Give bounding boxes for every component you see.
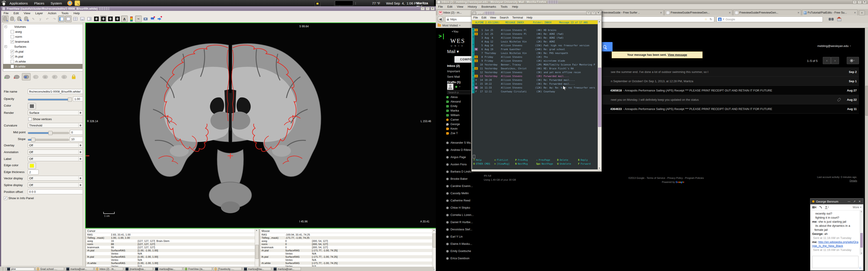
gnome-foot-icon[interactable] (1, 0, 6, 6)
terminal-menu-item[interactable]: Help (525, 16, 534, 19)
freeview-menu-item[interactable]: Tools (59, 11, 71, 15)
taskbar-window-button[interactable]: maritza@san... (272, 267, 301, 271)
chat-contact[interactable]: Zoe T (446, 131, 472, 135)
message-row[interactable]: - 4 Aug 12 Louis Nicholas Vin (2K) Re: A… (472, 39, 598, 43)
label-select[interactable]: Off (28, 156, 83, 161)
new-tab-button[interactable]: + (859, 10, 865, 15)
layer-checkbox[interactable]: ✓ (11, 50, 14, 53)
terminal-menu-item[interactable]: Terminal (510, 16, 525, 19)
add-person-icon[interactable] (825, 206, 829, 209)
show-vertices-checkbox[interactable] (28, 117, 32, 121)
chat-contact[interactable]: Emily Goettsche (446, 247, 474, 255)
layer-checkbox[interactable]: ✓ (11, 40, 14, 43)
annotation-select[interactable]: Off (28, 149, 83, 155)
pine-titlebar[interactable]: pine – ▫ × (471, 11, 601, 15)
freeview-menu-item[interactable]: Edit (11, 11, 21, 15)
chat-contact[interactable]: Earl Y Lin (446, 233, 474, 240)
layer-tree-row[interactable]: Volumes (3, 24, 83, 29)
chat-contact[interactable]: Dessislava Stef... (446, 226, 474, 233)
smiley-icon[interactable]: ☺ (859, 266, 862, 270)
tab-close-icon[interactable]: ✕ (798, 11, 800, 14)
freeview-toolbar-button[interactable]: ∕ (9, 15, 16, 22)
maximize-button[interactable]: ▫ (858, 0, 862, 4)
view-message-link[interactable]: View message (668, 53, 687, 57)
layer-checkbox[interactable]: ✓ (11, 55, 14, 58)
freeview-toolbar-button[interactable] (65, 15, 72, 22)
google-bar-plusyou[interactable]: +You (452, 30, 458, 33)
message-row[interactable]: + 12 Yesterday Allison Stevens (3K) and … (472, 70, 598, 74)
chat-more-menu[interactable]: More (853, 206, 862, 209)
layer-toolbar-button[interactable]: W (41, 73, 50, 80)
firefox-menu-item[interactable]: Edit (445, 5, 455, 8)
mail-row[interactable]: n September or October! On Sep 1, 2013, … (576, 76, 859, 86)
menu-system[interactable]: System (48, 0, 65, 6)
firefox-menu-item[interactable]: File (436, 5, 445, 8)
text-editor-launcher-icon[interactable] (74, 0, 80, 6)
chat-contact[interactable]: Brooke Baker (446, 175, 474, 182)
terminal-menu-item[interactable]: Edit (480, 16, 488, 19)
chat-contact[interactable]: Caroline Eisenn... (446, 182, 474, 190)
tree-expander-icon[interactable] (4, 26, 7, 28)
freeview-toolbar-button[interactable] (93, 15, 100, 22)
mail-row[interactable]: 4365618 - Annapolis Performance Sailing … (576, 86, 859, 95)
message-row[interactable]: + A 8 Friday Allison Stevens (2K) fhs (472, 55, 598, 59)
chat-contact[interactable]: Alexand (446, 99, 472, 104)
chat-scrollbar[interactable] (860, 210, 863, 255)
layer-toolbar-button[interactable]: I (31, 73, 40, 80)
layer-checkbox[interactable] (11, 30, 14, 33)
firefox-titlebar[interactable]: Inbox (2) - mebling@wesleyan.edu - Wesle… (436, 0, 868, 4)
overlay-select[interactable]: Off (28, 143, 83, 148)
tab-close-icon[interactable]: ✕ (729, 11, 731, 14)
layer-toolbar-button[interactable]: × (12, 73, 21, 80)
terminal-menu-item[interactable]: File (471, 16, 480, 19)
older-button[interactable]: › (831, 57, 839, 64)
chat-contact[interactable]: Andrew D Ribne... (446, 146, 474, 154)
freeview-toolbar-button[interactable]: + (2, 15, 8, 22)
chat-contact[interactable]: Barbara D Linds... (446, 168, 474, 175)
edge-color-swatch-button[interactable] (28, 163, 36, 169)
chat-contact[interactable]: Cornelia L Loren... (446, 211, 474, 218)
avatar[interactable] (447, 83, 454, 90)
freeview-menu-item[interactable]: Action (45, 11, 59, 15)
freeview-toolbar-button[interactable]: ~ (135, 15, 142, 22)
message-row[interactable]: + A 1 Jun 25 Allison Stevens Pl (4K) HD … (472, 28, 598, 32)
tab-inbox[interactable]: Inbox (2) - m... (437, 10, 473, 15)
message-row[interactable]: + 3 Aug 6 Allison Stevens (6K) Re: ADNI … (472, 36, 598, 39)
spline-display-select[interactable]: Off (28, 182, 83, 188)
layer-toolbar-button[interactable]: O (60, 73, 68, 80)
chat-contact[interactable]: Kevin (446, 127, 472, 131)
clock[interactable]: Wed Sep 4, 1:06 PM (386, 1, 419, 5)
slope-slider[interactable] (28, 139, 69, 141)
chat-contact[interactable]: Camer (446, 117, 472, 122)
opacity-slider[interactable] (28, 99, 72, 101)
browser-scrollbar[interactable] (865, 28, 868, 271)
layer-tree-row[interactable]: Surfaces (3, 44, 83, 49)
chat-contact[interactable]: Cassidy Mellin (446, 190, 474, 197)
chat-contact[interactable]: Daniel R Hurlbe... (446, 218, 474, 226)
voice-call-icon[interactable] (819, 206, 822, 209)
message-row[interactable]: + A 13 Yesterday Allison Stevens (2K) Fo… (472, 74, 598, 78)
freeview-toolbar-button[interactable] (128, 15, 135, 22)
taskbar-window-button[interactable]: maritza@lau... (243, 267, 271, 271)
freeview-menu-item[interactable]: File (1, 11, 11, 15)
terminal-content[interactable]: ALPINE 2.03(1266) MESSAGE INDEX Folder: … (472, 20, 598, 169)
most-visited-bookmark[interactable]: Most Visited (442, 24, 458, 27)
folder-link[interactable]: Important (447, 70, 460, 75)
find-binoculars-icon[interactable] (829, 18, 834, 21)
tab-freeviewguide-3[interactable]: FreeviewGuide/FreeviewGen...✕ (733, 10, 801, 15)
menu-places[interactable]: Places (31, 0, 48, 6)
video-call-icon[interactable] (812, 206, 816, 209)
chat-header[interactable]: George Bennum — ↗ ✕ (810, 199, 863, 204)
layer-toolbar-button[interactable] (69, 73, 78, 80)
message-row[interactable]: 10 Yesterday Benner, Tracey (2M) MGH/Tim… (472, 63, 598, 66)
freeview-toolbar-button[interactable] (79, 15, 86, 22)
freeview-toolbar-button[interactable] (86, 15, 93, 22)
message-row[interactable]: + D 15 10:22 Allison Stevens (3K) Re: Fo… (472, 82, 598, 86)
freeview-toolbar-button[interactable]: y (37, 15, 43, 22)
chat-contact[interactable]: Elaine A Masku... (446, 240, 474, 247)
slope-input[interactable]: 10 (70, 137, 83, 142)
system-monitor-applet[interactable] (335, 1, 353, 6)
close-button[interactable]: × (863, 0, 867, 4)
mail-row[interactable]: see the summer end. I've done a lot of o… (576, 67, 859, 76)
mail-row[interactable]: neet you on Monday. I will definitely ke… (576, 95, 859, 104)
